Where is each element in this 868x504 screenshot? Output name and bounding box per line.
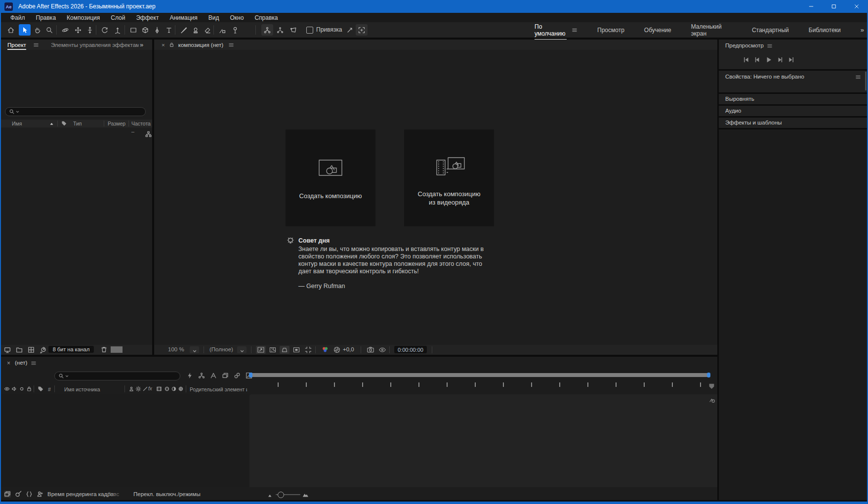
pen-tool[interactable] [151, 24, 163, 36]
snapshot-camera-icon[interactable] [366, 346, 375, 354]
rectangle-tool[interactable] [127, 24, 139, 36]
rotation-tool[interactable] [99, 24, 111, 36]
brush-tool[interactable] [178, 24, 190, 36]
resolution-value[interactable]: (Полное) [209, 346, 233, 352]
snapping-checkbox[interactable] [306, 27, 313, 34]
exposure-icon[interactable] [332, 346, 342, 354]
eraser-tool[interactable] [202, 24, 213, 36]
panel-menu-icon[interactable] [228, 42, 234, 48]
video-eye-icon[interactable] [4, 386, 10, 392]
collapsed-panel-header[interactable]: Выровнять [719, 94, 867, 104]
mask-visibility-icon[interactable] [280, 346, 289, 354]
channel-colors-icon[interactable] [320, 346, 330, 354]
project-search-input[interactable] [5, 107, 146, 116]
new-folder-icon[interactable] [16, 346, 23, 353]
create-composition-from-footage-card[interactable]: Создать композицию из видеоряда [404, 129, 494, 226]
toggle-switches-modes-button[interactable]: Перекл. выключ./режимы [133, 491, 201, 497]
bit-depth-button[interactable]: 8 бит на канал [48, 346, 94, 353]
workspace-tab[interactable]: Обучение [644, 27, 671, 34]
workspace-overflow-button[interactable]: » [861, 26, 864, 34]
project-flowchart-icon[interactable] [4, 346, 11, 353]
menu-item[interactable]: Анимация [164, 14, 203, 21]
frame-blending-icon[interactable] [156, 386, 162, 392]
timeline-zoom-slider-knob[interactable] [278, 492, 284, 498]
zoom-tool[interactable] [43, 24, 55, 36]
collaboration-icon[interactable] [37, 491, 43, 498]
expressions-braces-icon[interactable] [26, 491, 33, 498]
draft-3d-icon[interactable] [210, 372, 217, 379]
play-button[interactable] [765, 56, 773, 64]
maximize-button[interactable] [823, 0, 845, 13]
composition-mini-icon[interactable] [708, 396, 715, 403]
label-tag-icon[interactable] [61, 121, 67, 126]
layer-index-column[interactable]: # [48, 386, 51, 392]
menu-item[interactable]: Справка [249, 14, 283, 21]
lock-icon[interactable] [26, 386, 32, 392]
node-tool-active[interactable] [261, 24, 273, 36]
magnification-dropdown[interactable] [190, 346, 199, 353]
shy-layers-icon[interactable] [222, 372, 229, 379]
effects-fx-icon[interactable]: fx [148, 386, 152, 391]
comp-marker-bin-icon[interactable] [708, 383, 715, 389]
column-size[interactable]: Размер [108, 121, 125, 126]
collapsed-panel-header[interactable]: Аудио [719, 106, 867, 116]
marquee-expand-button[interactable] [356, 24, 368, 36]
threed-layer-icon[interactable] [178, 386, 184, 392]
workspace-tab[interactable]: Библиотеки [809, 27, 841, 34]
mini-flowchart-icon[interactable] [198, 372, 205, 379]
timeline-tab-close-button[interactable]: × [7, 360, 10, 367]
show-snapshot-eye-icon[interactable] [377, 346, 387, 354]
project-settings-icon[interactable] [28, 346, 35, 353]
workspace-tab[interactable]: Маленький экран [691, 23, 732, 37]
magnification-value[interactable]: 100 % [168, 346, 184, 352]
selection-tool[interactable] [19, 24, 31, 36]
sort-ascending-icon[interactable] [49, 122, 54, 126]
tab-project[interactable]: Проект [7, 42, 26, 48]
lock-icon[interactable] [169, 42, 174, 47]
render-frames-icon[interactable] [4, 491, 11, 498]
time-ruler[interactable] [250, 382, 708, 387]
timeline-search-input[interactable] [54, 372, 180, 380]
node-outline-tool[interactable] [274, 24, 286, 36]
shape-3d-tool[interactable] [139, 24, 151, 36]
timeline-tab-label[interactable]: (нет) [15, 360, 27, 366]
interpret-footage-icon[interactable] [40, 346, 46, 353]
pan-camera-tool[interactable] [72, 24, 84, 36]
next-frame-button[interactable] [776, 56, 784, 64]
menu-item[interactable]: Файл [5, 14, 31, 21]
safe-margins-icon[interactable] [303, 346, 313, 354]
panel-menu-icon[interactable] [33, 42, 39, 48]
scale-arrow-button[interactable] [344, 24, 356, 36]
tab-effect-controls[interactable]: Элементы управления эффектами (не [51, 42, 139, 48]
frame-blend-icon[interactable] [234, 372, 241, 379]
workspace-tab[interactable]: Стандартный [752, 27, 789, 34]
flowchart-tree-icon[interactable] [145, 131, 152, 137]
lasso-tool[interactable] [288, 24, 299, 36]
menu-item[interactable]: Слой [105, 14, 130, 21]
first-frame-button[interactable] [742, 56, 750, 64]
zoom-out-mountain-icon[interactable] [268, 493, 273, 498]
menu-icon[interactable] [572, 27, 578, 33]
menu-item[interactable]: Эффект [130, 14, 164, 21]
quality-icon[interactable] [142, 386, 148, 392]
fit-view-icon[interactable] [256, 346, 266, 354]
puppet-pin-tool[interactable] [229, 24, 241, 36]
resolution-dropdown[interactable] [237, 346, 247, 353]
solo-icon[interactable] [19, 386, 25, 392]
region-of-interest-icon[interactable] [291, 346, 301, 354]
exposure-value[interactable]: +0,0 [343, 346, 354, 352]
last-frame-button[interactable] [787, 56, 795, 64]
shy-icon[interactable] [128, 386, 134, 392]
composition-tab-label[interactable]: композиция (нет) [178, 42, 223, 48]
zoom-in-mountain-icon[interactable] [302, 492, 309, 498]
orbit-camera-tool[interactable] [59, 24, 71, 36]
close-button[interactable] [845, 0, 868, 13]
trash-icon[interactable] [101, 346, 107, 353]
live-update-icon[interactable] [186, 372, 193, 379]
panel-menu-icon[interactable] [31, 360, 37, 366]
timecode-display[interactable]: 0:00:00:00 [394, 346, 427, 353]
source-name-column[interactable]: Имя источника [64, 386, 100, 392]
motion-blur-icon[interactable] [164, 386, 170, 392]
audio-speaker-icon[interactable] [11, 386, 17, 392]
color-swatch[interactable] [111, 346, 123, 353]
